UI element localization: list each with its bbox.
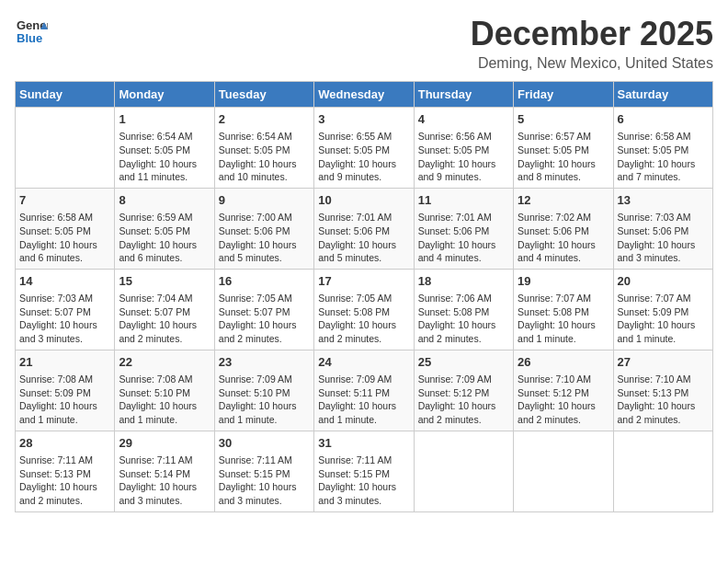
calendar-day-cell: 22Sunrise: 7:08 AMSunset: 5:10 PMDayligh…	[115, 350, 214, 431]
day-number: 8	[119, 192, 210, 209]
calendar-day-cell	[514, 431, 613, 511]
day-info-line: Sunrise: 6:54 AM	[119, 130, 210, 144]
calendar-day-cell: 11Sunrise: 7:01 AMSunset: 5:06 PMDayligh…	[414, 188, 513, 269]
day-info-line: Daylight: 10 hours and 1 minute.	[318, 399, 409, 426]
calendar-day-cell: 6Sunrise: 6:58 AMSunset: 5:05 PMDaylight…	[613, 108, 712, 189]
day-number: 11	[418, 192, 509, 209]
day-info-line: Sunrise: 6:59 AM	[119, 211, 210, 224]
day-info-line: Sunset: 5:10 PM	[219, 386, 310, 400]
day-info-line: Sunset: 5:10 PM	[119, 386, 210, 400]
day-info-line: Sunrise: 7:07 AM	[518, 292, 609, 305]
calendar-day-cell: 19Sunrise: 7:07 AMSunset: 5:08 PMDayligh…	[514, 269, 613, 350]
calendar-day-cell	[16, 108, 115, 189]
day-number: 10	[318, 192, 409, 209]
day-of-week-header: Monday	[115, 82, 214, 108]
day-info-line: Sunrise: 7:11 AM	[19, 454, 110, 467]
day-info-line: Sunset: 5:06 PM	[219, 224, 310, 238]
day-info-line: Sunset: 5:13 PM	[19, 467, 110, 481]
day-info-line: Daylight: 10 hours and 9 minutes.	[318, 157, 409, 184]
day-number: 2	[219, 111, 310, 128]
day-number: 6	[618, 111, 709, 128]
day-number: 23	[219, 354, 310, 371]
calendar-table: SundayMondayTuesdayWednesdayThursdayFrid…	[15, 81, 713, 512]
day-info-line: Sunrise: 7:03 AM	[618, 211, 709, 224]
day-number: 20	[618, 273, 709, 290]
day-info-line: Daylight: 10 hours and 2 minutes.	[219, 318, 310, 345]
day-info-line: Daylight: 10 hours and 1 minute.	[518, 318, 609, 345]
calendar-day-cell: 24Sunrise: 7:09 AMSunset: 5:11 PMDayligh…	[314, 350, 414, 431]
day-info-line: Sunset: 5:05 PM	[618, 144, 709, 157]
day-info-line: Sunrise: 6:54 AM	[219, 130, 310, 144]
day-number: 31	[318, 435, 409, 452]
day-info-line: Daylight: 10 hours and 2 minutes.	[318, 318, 409, 345]
day-info-line: Daylight: 10 hours and 2 minutes.	[518, 399, 609, 426]
day-info-line: Daylight: 10 hours and 2 minutes.	[618, 399, 709, 426]
day-of-week-header: Saturday	[613, 82, 712, 108]
calendar-day-cell: 13Sunrise: 7:03 AMSunset: 5:06 PMDayligh…	[613, 188, 712, 269]
day-info-line: Sunrise: 6:58 AM	[19, 211, 110, 224]
day-info-line: Sunrise: 7:06 AM	[418, 292, 509, 305]
calendar-day-cell: 23Sunrise: 7:09 AMSunset: 5:10 PMDayligh…	[214, 350, 313, 431]
day-info-line: Daylight: 10 hours and 1 minute.	[119, 399, 210, 426]
day-info-line: Sunrise: 7:10 AM	[518, 373, 609, 386]
day-info-line: Sunset: 5:15 PM	[318, 467, 409, 481]
day-of-week-header: Wednesday	[314, 82, 414, 108]
day-number: 15	[119, 273, 210, 290]
calendar-day-cell: 8Sunrise: 6:59 AMSunset: 5:05 PMDaylight…	[115, 188, 214, 269]
calendar-day-cell: 31Sunrise: 7:11 AMSunset: 5:15 PMDayligh…	[314, 431, 414, 511]
day-info-line: Sunset: 5:09 PM	[19, 386, 110, 400]
day-info-line: Daylight: 10 hours and 8 minutes.	[518, 157, 609, 184]
day-info-line: Sunrise: 6:57 AM	[518, 130, 609, 144]
calendar-day-cell: 12Sunrise: 7:02 AMSunset: 5:06 PMDayligh…	[514, 188, 613, 269]
calendar-week-row: 21Sunrise: 7:08 AMSunset: 5:09 PMDayligh…	[16, 350, 713, 431]
day-number: 1	[119, 111, 210, 128]
calendar-day-cell: 20Sunrise: 7:07 AMSunset: 5:09 PMDayligh…	[613, 269, 712, 350]
day-info-line: Sunset: 5:05 PM	[318, 144, 409, 157]
day-info-line: Sunset: 5:08 PM	[418, 305, 509, 319]
day-info-line: Sunrise: 6:55 AM	[318, 130, 409, 144]
day-number: 5	[518, 111, 609, 128]
day-info-line: Sunrise: 7:03 AM	[19, 292, 110, 305]
day-info-line: Daylight: 10 hours and 10 minutes.	[219, 157, 310, 184]
day-number: 27	[618, 354, 709, 371]
day-info-line: Sunset: 5:06 PM	[318, 224, 409, 238]
day-info-line: Daylight: 10 hours and 4 minutes.	[418, 238, 509, 265]
day-info-line: Sunrise: 6:58 AM	[618, 130, 709, 144]
day-info-line: Daylight: 10 hours and 3 minutes.	[19, 318, 110, 345]
day-info-line: Sunset: 5:07 PM	[119, 305, 210, 319]
calendar-day-cell: 4Sunrise: 6:56 AMSunset: 5:05 PMDaylight…	[414, 108, 513, 189]
day-info-line: Daylight: 10 hours and 5 minutes.	[219, 238, 310, 265]
day-number: 19	[518, 273, 609, 290]
calendar-day-cell: 30Sunrise: 7:11 AMSunset: 5:15 PMDayligh…	[214, 431, 313, 511]
day-info-line: Sunset: 5:06 PM	[618, 224, 709, 238]
day-info-line: Sunset: 5:14 PM	[119, 467, 210, 481]
logo: General Blue	[15, 15, 48, 52]
page-header: General Blue December 2025 Deming, New M…	[15, 15, 713, 72]
calendar-body: 1Sunrise: 6:54 AMSunset: 5:05 PMDaylight…	[16, 108, 713, 512]
day-info-line: Sunrise: 7:01 AM	[318, 211, 409, 224]
day-info-line: Daylight: 10 hours and 1 minute.	[19, 399, 110, 426]
day-info-line: Sunrise: 7:08 AM	[19, 373, 110, 386]
day-info-line: Daylight: 10 hours and 2 minutes.	[418, 318, 509, 345]
day-info-line: Daylight: 10 hours and 1 minute.	[219, 399, 310, 426]
day-info-line: Sunrise: 7:07 AM	[618, 292, 709, 305]
day-info-line: Daylight: 10 hours and 5 minutes.	[318, 238, 409, 265]
day-number: 25	[418, 354, 509, 371]
calendar-day-cell: 17Sunrise: 7:05 AMSunset: 5:08 PMDayligh…	[314, 269, 414, 350]
day-info-line: Sunset: 5:12 PM	[418, 386, 509, 400]
day-info-line: Daylight: 10 hours and 3 minutes.	[219, 480, 310, 507]
day-info-line: Sunset: 5:05 PM	[119, 144, 210, 157]
day-number: 9	[219, 192, 310, 209]
day-info-line: Sunrise: 7:09 AM	[318, 373, 409, 386]
calendar-week-row: 14Sunrise: 7:03 AMSunset: 5:07 PMDayligh…	[16, 269, 713, 350]
day-info-line: Sunset: 5:11 PM	[318, 386, 409, 400]
calendar-day-cell	[414, 431, 513, 511]
day-info-line: Sunrise: 7:00 AM	[219, 211, 310, 224]
day-info-line: Sunset: 5:07 PM	[19, 305, 110, 319]
calendar-day-cell: 9Sunrise: 7:00 AMSunset: 5:06 PMDaylight…	[214, 188, 313, 269]
day-number: 13	[618, 192, 709, 209]
title-block: December 2025 Deming, New Mexico, United…	[471, 15, 713, 72]
day-info-line: Sunrise: 7:08 AM	[119, 373, 210, 386]
day-of-week-header: Friday	[514, 82, 613, 108]
day-info-line: Sunrise: 7:09 AM	[219, 373, 310, 386]
